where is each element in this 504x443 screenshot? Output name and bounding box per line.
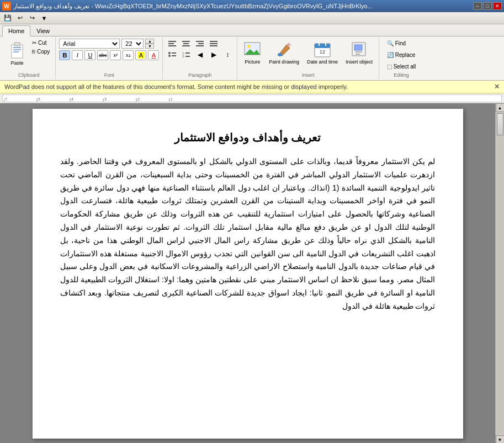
ribbon-tabs: Home View <box>0 24 504 36</box>
qa-dropdown-button[interactable]: ▼ <box>39 13 50 23</box>
align-left-button[interactable] <box>166 39 178 49</box>
find-button[interactable]: 🔍 Find <box>384 39 408 48</box>
font-label: Font <box>104 71 114 78</box>
svg-text:4: 4 <box>71 97 73 101</box>
insert-group: Picture Paint drawing <box>237 38 379 79</box>
font-color-button[interactable]: A <box>148 50 159 60</box>
maximize-button[interactable]: □ <box>483 2 492 10</box>
svg-text:2.: 2. <box>182 55 185 58</box>
para-row-2: 1. 2. ◀ ▶ ↕ <box>166 50 234 60</box>
scroll-down-button[interactable]: ▼ <box>496 435 505 443</box>
scissors-icon: ✂ <box>32 40 36 46</box>
minimize-button[interactable]: − <box>473 2 482 10</box>
align-center-button[interactable] <box>180 39 192 49</box>
quick-access-toolbar: 💾 ↩ ↪ ▼ <box>0 12 504 24</box>
qa-save-button[interactable]: 💾 <box>2 13 13 23</box>
insert-object-button[interactable]: Insert object <box>343 39 375 66</box>
svg-rect-30 <box>315 44 330 48</box>
insert-content: Picture Paint drawing <box>241 39 375 71</box>
svg-rect-5 <box>168 41 176 42</box>
numbered-list-button[interactable]: 1. 2. <box>180 50 192 60</box>
align-right-icon <box>195 40 204 48</box>
size-arrows: ▲ ▼ <box>145 39 154 49</box>
find-icon: 🔍 <box>387 40 394 46</box>
paint-icon <box>275 40 293 58</box>
svg-text:12: 12 <box>320 49 325 55</box>
justify-icon <box>209 40 218 48</box>
picture-button[interactable]: Picture <box>241 39 264 66</box>
decrease-indent-button[interactable]: ◀ <box>194 50 206 60</box>
insert-label: Insert <box>302 71 315 78</box>
app-icon: W <box>2 2 11 10</box>
editing-content: 🔍 Find 🔄 Replace ⬚ Select all <box>384 39 419 71</box>
copy-icon: ⎘ <box>32 49 35 55</box>
svg-rect-22 <box>185 52 190 54</box>
strikethrough-button[interactable]: abc <box>97 50 108 60</box>
tab-view[interactable]: View <box>30 25 56 36</box>
close-button[interactable]: ✕ <box>493 2 502 10</box>
scroll-thumb[interactable] <box>497 113 503 135</box>
size-decrease-button[interactable]: ▼ <box>145 44 154 49</box>
paragraph-group: 1. 2. ◀ ▶ ↕ Paragraph <box>163 38 237 79</box>
svg-text:1: 1 <box>171 97 173 101</box>
svg-text:5: 5 <box>38 97 40 101</box>
underline-button[interactable]: U <box>84 50 96 60</box>
cut-button[interactable]: ✂ Cut <box>30 39 52 47</box>
scroll-up-button[interactable]: ▲ <box>496 103 505 112</box>
document-body[interactable]: لم يكن الاستثمار معروفاً قديما، وبالذات … <box>60 155 436 313</box>
picture-icon <box>243 40 261 58</box>
align-right-button[interactable] <box>194 39 206 49</box>
size-increase-button[interactable]: ▲ <box>145 39 154 44</box>
svg-rect-24 <box>185 56 190 57</box>
clipboard-label: Clipboard <box>18 71 40 78</box>
svg-rect-9 <box>183 43 189 44</box>
svg-point-28 <box>278 53 282 56</box>
warning-bar: WordPad does not support all of the feat… <box>0 81 504 93</box>
paint-drawing-button[interactable]: Paint drawing <box>266 39 302 66</box>
svg-rect-18 <box>172 52 176 54</box>
align-left-icon <box>168 40 177 48</box>
highlight-button[interactable]: A <box>135 50 146 60</box>
italic-button[interactable]: I <box>72 50 83 60</box>
font-content: Arial 22 ▲ ▼ B I U abc x² x₂ <box>59 39 159 71</box>
insert-object-icon <box>350 40 368 58</box>
document-title: تعريف وأهداف ودوافع الاستثمار <box>60 131 436 144</box>
superscript-button[interactable]: x² <box>110 50 121 60</box>
warning-text: WordPad does not support all of the feat… <box>4 83 348 90</box>
ruler-marks: 7 5 4 3 2 1 <box>4 95 500 102</box>
svg-point-17 <box>168 52 171 54</box>
copy-button[interactable]: ⎘ Copy <box>30 48 52 56</box>
font-group: Arial 22 ▲ ▼ B I U abc x² x₂ <box>56 38 163 79</box>
bullet-list-button[interactable] <box>166 50 178 60</box>
svg-rect-10 <box>182 45 190 46</box>
subscript-button[interactable]: x₂ <box>123 50 134 60</box>
paste-button[interactable]: Paste <box>6 39 29 67</box>
qa-undo-button[interactable]: ↩ <box>14 13 25 23</box>
replace-button[interactable]: 🔄 Replace <box>384 50 418 60</box>
font-family-select[interactable]: Arial <box>59 39 120 49</box>
svg-point-26 <box>247 45 251 48</box>
paste-icon <box>9 40 25 59</box>
select-all-icon: ⬚ <box>387 64 392 70</box>
svg-rect-4 <box>13 51 19 52</box>
bold-button[interactable]: B <box>59 50 70 60</box>
select-all-button[interactable]: ⬚ Select all <box>384 62 419 71</box>
svg-text:2: 2 <box>137 97 140 101</box>
qa-redo-button[interactable]: ↪ <box>26 13 38 23</box>
ribbon-content: Paste ✂ Cut ⎘ Copy Clipboard <box>0 36 504 80</box>
justify-button[interactable] <box>208 39 220 49</box>
svg-rect-1 <box>14 43 20 46</box>
warning-close-button[interactable]: ✕ <box>494 83 500 91</box>
document-page: تعريف وأهداف ودوافع الاستثمار لم يكن الا… <box>33 109 463 439</box>
svg-point-19 <box>168 55 171 57</box>
tab-home[interactable]: Home <box>2 25 30 36</box>
svg-rect-2 <box>13 47 21 48</box>
document-scroll[interactable]: تعريف وأهداف ودوافع الاستثمار لم يكن الا… <box>0 103 495 443</box>
line-spacing-button[interactable]: ↕ <box>221 50 234 60</box>
font-row-2: B I U abc x² x₂ A A <box>59 50 159 60</box>
datetime-icon: 12 <box>314 40 331 58</box>
font-size-select[interactable]: 22 <box>121 39 144 49</box>
datetime-button[interactable]: 12 Date and time <box>304 39 341 66</box>
svg-rect-12 <box>198 43 204 44</box>
increase-indent-button[interactable]: ▶ <box>208 50 220 60</box>
